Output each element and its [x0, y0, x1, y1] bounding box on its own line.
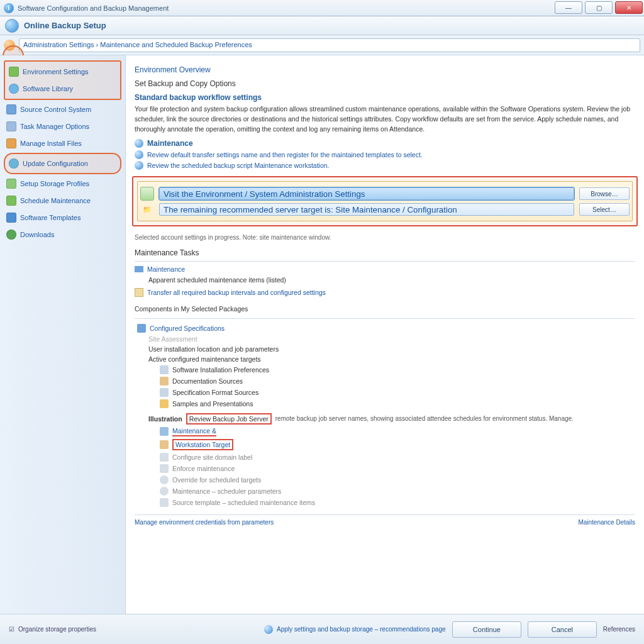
tree-row[interactable]: Software Installation Preferences: [160, 364, 635, 375]
annotation-callout-box: Browse… 📁 Select…: [132, 176, 638, 226]
annotation-red-box: Review Backup Job Server: [186, 413, 272, 425]
maintenance-line2-row[interactable]: Transfer all required backup intervals a…: [135, 288, 635, 297]
sidebar-item-updateconfig[interactable]: Update Configuration: [6, 156, 119, 171]
tree-row: Maintenance – scheduler parameters: [160, 486, 635, 497]
world-icon: [6, 230, 16, 240]
paragraph-body: Your file protection and system backup c…: [135, 104, 635, 134]
sidebar-item-taskmanager[interactable]: Task Manager Options: [4, 119, 121, 134]
bottom-mid-link[interactable]: Apply settings and backup storage – reco…: [264, 625, 446, 634]
cancel-button[interactable]: Cancel: [528, 621, 597, 638]
sidebar-item-library[interactable]: Software Library: [6, 81, 119, 96]
tree-row: Configure site domain label: [160, 452, 635, 463]
database-green-icon: [140, 187, 154, 201]
section-title: Set Backup and Copy Options: [135, 79, 635, 88]
sidebar-item-installfiles[interactable]: Manage Install Files: [4, 136, 121, 151]
breadcrumb-bar: Administration Settings › Maintenance an…: [0, 35, 644, 55]
browse-button[interactable]: Browse…: [579, 187, 630, 200]
crumb-small: Environment Overview: [135, 65, 635, 74]
callout-note: Selected account settings in progress. N…: [135, 233, 635, 242]
tree-row: Override for scheduled targets: [160, 474, 635, 486]
calendar-green-icon: [6, 196, 16, 206]
sidebar-item-label: Environment Settings: [23, 68, 89, 75]
close-button[interactable]: ✕: [615, 1, 643, 14]
book-grey-icon: [160, 464, 169, 473]
tree-row: Enforce maintenance: [160, 463, 635, 474]
folder-icon: 📁: [140, 204, 154, 215]
select-button[interactable]: Select…: [579, 203, 630, 216]
footer-link-left[interactable]: Manage environment credentials from para…: [135, 519, 274, 526]
folder-icon: [160, 399, 169, 408]
window-title: Software Configuration and Backup Manage…: [18, 4, 169, 12]
window-titlebar: i Software Configuration and Backup Mana…: [0, 0, 644, 16]
sidebar-item-templates[interactable]: Software Templates: [4, 210, 121, 225]
sidebar-item-storage[interactable]: Setup Storage Profiles: [4, 176, 121, 191]
globe-icon: [9, 158, 19, 169]
clock-grey-icon: [160, 487, 169, 496]
toolbar-icon: [5, 19, 19, 33]
sheet-icon: [135, 288, 143, 297]
app-icon: i: [4, 3, 14, 13]
tree-heading: Components in My Selected Packages: [135, 304, 635, 314]
maintenance-link[interactable]: Maintenance: [135, 265, 635, 273]
sidebar-item-schedule[interactable]: Schedule Maintenance: [4, 193, 121, 208]
tree-row[interactable]: Samples and Presentations: [160, 398, 635, 409]
screen-icon: [137, 324, 146, 333]
maximize-button[interactable]: ▢: [585, 1, 613, 14]
subtitle-workflow: Standard backup workflow settings: [135, 93, 635, 102]
info-icon: [135, 161, 143, 170]
footer-link-right[interactable]: Maintenance Details: [578, 519, 635, 526]
link-review-script[interactable]: Review the scheduled backup script Maint…: [135, 161, 635, 170]
package-orange-icon: [6, 138, 16, 148]
tree-row[interactable]: Documentation Sources: [160, 375, 635, 387]
sidebar: Environment Settings Software Library So…: [0, 55, 126, 614]
path-input-selected[interactable]: [159, 187, 574, 200]
main-pane: Environment Overview Set Backup and Copy…: [126, 55, 644, 614]
tree-row[interactable]: Active configured maintenance targets: [148, 354, 635, 364]
tasks-icon: [6, 121, 16, 131]
sidebar-item-label: Software Templates: [20, 214, 80, 221]
page-icon: [160, 388, 169, 397]
references-hint: References: [603, 626, 635, 633]
sidebar-item-sourcecontrol[interactable]: Source Control System: [4, 102, 121, 117]
annotation-highlight-box: Environment Settings Software Library: [4, 60, 121, 100]
annotation-highlight-oval-2: Update Configuration: [4, 153, 121, 174]
shield-small-icon: [264, 625, 273, 634]
toolbar: Online Backup Setup: [0, 16, 644, 35]
maintenance-line1: Apparent scheduled maintenance items (li…: [148, 275, 635, 286]
minimize-button[interactable]: —: [555, 1, 582, 14]
bottom-left-note: ☑Organize storage properties: [9, 626, 96, 633]
sheet-small-icon: [160, 440, 169, 449]
sidebar-item-label: Downloads: [20, 231, 54, 238]
bars-icon: [135, 266, 143, 272]
subtitle-maintenance: Maintenance: [135, 139, 635, 148]
doc-icon: [160, 377, 169, 386]
tree-row[interactable]: Configured Specifications: [137, 323, 635, 334]
page-grey-icon: [160, 498, 169, 507]
link-review-transfer[interactable]: Review default transfer settings name an…: [135, 150, 635, 159]
sphere-icon: [135, 139, 143, 148]
users-icon: [6, 213, 16, 223]
toolbar-title: Online Backup Setup: [24, 21, 106, 30]
tree-row: Source template – scheduled maintenance …: [160, 497, 635, 508]
page-icon: [160, 365, 169, 374]
info-icon: [135, 150, 143, 159]
breadcrumb[interactable]: Administration Settings › Maintenance an…: [19, 38, 640, 52]
stack-blue-icon: [6, 104, 16, 114]
screen-small-icon: [160, 427, 169, 436]
path-input-hint[interactable]: [159, 203, 574, 216]
gear-green-icon: [9, 67, 19, 77]
maintenance-heading: Maintenance Tasks: [135, 248, 635, 257]
tree-row[interactable]: Specification Format Sources: [160, 387, 635, 398]
tree-row[interactable]: User installation location and job param…: [148, 344, 635, 354]
sidebar-item-downloads[interactable]: Downloads: [4, 227, 121, 242]
tree-row: Site Assessment: [148, 334, 635, 344]
sidebar-item-label: Setup Storage Profiles: [20, 180, 89, 187]
sidebar-item-environment[interactable]: Environment Settings: [6, 64, 119, 79]
continue-button[interactable]: Continue: [452, 621, 521, 638]
illustration-sub2: Workstation Target: [160, 438, 635, 452]
sidebar-item-label: Source Control System: [20, 106, 91, 113]
sidebar-item-label: Update Configuration: [23, 160, 88, 167]
sidebar-item-label: Manage Install Files: [20, 140, 82, 147]
bottom-bar: ☑Organize storage properties Apply setti…: [0, 614, 644, 644]
underlined-link[interactable]: Maintenance &: [172, 427, 216, 436]
